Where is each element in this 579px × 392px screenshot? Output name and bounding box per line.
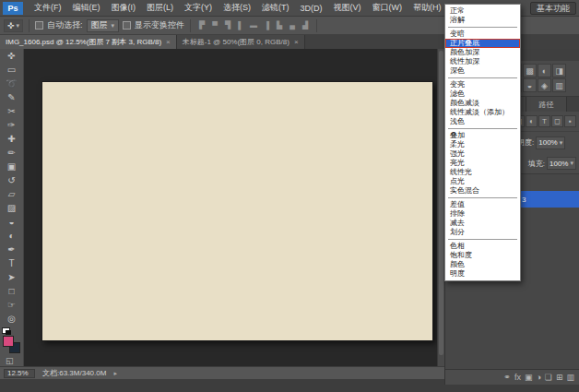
blur-tool[interactable]: ◒	[0, 215, 23, 229]
blend-mode-option[interactable]: 线性加深	[445, 57, 520, 66]
document-tab[interactable]: IMG_1606.psd @ 12.5%(图层 7 副本 3, RGB/8) ×	[0, 35, 177, 49]
blend-mode-option[interactable]: 实色混合	[445, 186, 520, 196]
blend-mode-option[interactable]: 强光	[445, 149, 520, 159]
add-layer-mask-icon[interactable]: ▣	[525, 373, 533, 382]
distribute-bottom-icon[interactable]: ▟	[300, 20, 311, 31]
menu-item[interactable]: 编辑(E)	[67, 0, 106, 16]
blend-mode-option[interactable]: 明度	[445, 269, 520, 279]
default-colors-icon[interactable]	[2, 327, 10, 334]
document-image[interactable]	[41, 81, 433, 341]
menu-item[interactable]: 文字(Y)	[179, 0, 218, 16]
menu-item[interactable]: 选择(S)	[218, 0, 256, 16]
blend-mode-option[interactable]: 深色	[445, 66, 520, 76]
type-tool[interactable]: T	[0, 256, 23, 270]
blend-mode-option[interactable]: 颜色	[445, 260, 520, 269]
align-left-edges-icon[interactable]: ▛	[196, 20, 207, 31]
close-icon[interactable]: ×	[166, 38, 171, 46]
blend-mode-option[interactable]: 变暗	[445, 30, 520, 39]
blend-mode-option[interactable]: 颜色加深	[445, 48, 520, 57]
filter-shape-layers-icon[interactable]: ◻	[551, 115, 563, 127]
menu-item[interactable]: 3D(D)	[295, 0, 328, 16]
layer-style-icon[interactable]: fx	[514, 373, 521, 382]
blend-mode-option[interactable]: 浅色	[445, 117, 520, 126]
zoom-tool[interactable]: ◎	[0, 312, 23, 326]
zoom-level-field[interactable]: 12.5%	[4, 369, 35, 378]
eyedropper-tool[interactable]: ✑	[0, 118, 23, 132]
history-brush-tool[interactable]: ↺	[0, 173, 23, 187]
status-options-arrow-icon[interactable]: ▸	[113, 370, 117, 377]
new-group-icon[interactable]: ❏	[545, 373, 552, 382]
document-tab[interactable]: 未标题-1 @ 50%(图层 0, RGB/8) ×	[177, 35, 305, 49]
lasso-tool[interactable]: ➰	[0, 77, 23, 90]
align-vertical-centers-icon[interactable]: ▬	[248, 20, 259, 31]
filter-smart-objects-icon[interactable]: ▪	[564, 115, 576, 127]
blend-mode-option[interactable]: 饱和度	[445, 251, 520, 260]
align-horizontal-centers-icon[interactable]: ▀	[209, 20, 220, 31]
blend-mode-option[interactable]: 溶解	[445, 16, 520, 25]
blend-mode-option[interactable]: 颜色减淡	[445, 99, 520, 108]
blend-mode-option[interactable]: 亮光	[445, 159, 520, 168]
blend-mode-option[interactable]: 排除	[445, 209, 520, 219]
move-tool[interactable]: ✜	[0, 49, 23, 63]
pen-tool[interactable]: ✒	[0, 243, 23, 256]
blend-mode-option[interactable]: 减去	[445, 219, 520, 228]
menu-item[interactable]: 文件(F)	[29, 0, 67, 16]
align-top-edges-icon[interactable]: ▌	[235, 20, 246, 31]
crop-tool[interactable]: ✂	[0, 104, 23, 118]
auto-select-checkbox[interactable]	[35, 21, 43, 30]
shape-tool[interactable]: □	[0, 284, 23, 298]
clone-stamp-tool[interactable]: ▣	[0, 160, 23, 173]
menu-item[interactable]: 窗口(W)	[367, 0, 408, 16]
brush-tool[interactable]: ✏	[0, 146, 23, 160]
fill-value-field[interactable]: 100% ▾	[547, 157, 576, 170]
show-transform-checkbox[interactable]	[123, 21, 131, 30]
blend-mode-option[interactable]: 滤色	[445, 89, 520, 99]
color-balance-icon[interactable]: ◐	[538, 64, 551, 77]
path-selection-tool[interactable]: ➤	[0, 270, 23, 284]
dodge-tool[interactable]: ◐	[0, 229, 23, 243]
hand-tool[interactable]: ☞	[0, 298, 23, 312]
filter-adjustment-layers-icon[interactable]: ◐	[526, 115, 538, 127]
auto-select-target-select[interactable]: 图层 ▾	[87, 19, 120, 32]
menu-item[interactable]: 图像(I)	[106, 0, 142, 16]
blend-mode-option[interactable]: 点光	[445, 177, 520, 186]
blend-mode-option[interactable]: 叠加	[445, 131, 520, 140]
new-adjustment-layer-icon[interactable]: ◑	[536, 373, 540, 382]
quick-selection-tool[interactable]: ✎	[0, 90, 23, 104]
eraser-tool[interactable]: ▱	[0, 187, 23, 201]
marquee-tool[interactable]: ▭	[0, 63, 23, 77]
close-icon[interactable]: ×	[294, 38, 299, 46]
blend-mode-option[interactable]: 正片叠底	[445, 39, 520, 48]
hue-saturation-icon[interactable]: ▩	[523, 64, 537, 77]
menu-item[interactable]: 图层(L)	[141, 0, 179, 16]
vertical-scrollbar[interactable]	[437, 49, 444, 366]
threshold-icon[interactable]: ◒	[523, 78, 537, 92]
new-layer-icon[interactable]: ⊞	[556, 373, 563, 382]
blend-mode-option[interactable]: 线性光	[445, 168, 520, 177]
distribute-top-icon[interactable]: ▙	[274, 20, 285, 31]
selective-color-icon[interactable]: ▥	[552, 78, 566, 92]
gradient-tool[interactable]: ▨	[0, 201, 23, 215]
blend-mode-option[interactable]: 色相	[445, 242, 520, 251]
menu-item[interactable]: 视图(V)	[328, 0, 367, 16]
menu-item[interactable]: 帮助(H)	[408, 0, 447, 16]
blend-mode-option[interactable]: 变亮	[445, 80, 520, 89]
blend-mode-option[interactable]: 柔光	[445, 140, 520, 149]
blend-mode-option[interactable]: 差值	[445, 200, 520, 209]
tool-preset-dropdown[interactable]: ✜ ▾	[4, 19, 23, 32]
filter-type-layers-icon[interactable]: T	[538, 115, 550, 127]
align-right-edges-icon[interactable]: ▜	[222, 20, 233, 31]
blend-mode-option[interactable]: 线性减淡（添加）	[445, 108, 520, 117]
menu-item[interactable]: 滤镜(T)	[256, 0, 295, 16]
align-bottom-edges-icon[interactable]: ▐	[261, 20, 272, 31]
gradient-map-icon[interactable]: ◈	[538, 78, 551, 92]
quick-mask-icon[interactable]: ◱	[6, 356, 14, 365]
panel-tab[interactable]: 路径	[526, 97, 567, 112]
blend-mode-option[interactable]: 划分	[445, 228, 520, 237]
delete-layer-icon[interactable]: ▥	[566, 373, 574, 382]
vertical-scrollbar-thumb[interactable]	[439, 51, 443, 355]
healing-brush-tool[interactable]: ✚	[0, 132, 23, 146]
link-layers-icon[interactable]: ⚭	[503, 373, 511, 382]
foreground-color-swatch[interactable]	[3, 336, 14, 347]
workspace-switcher-button[interactable]: 基本功能	[530, 2, 576, 15]
